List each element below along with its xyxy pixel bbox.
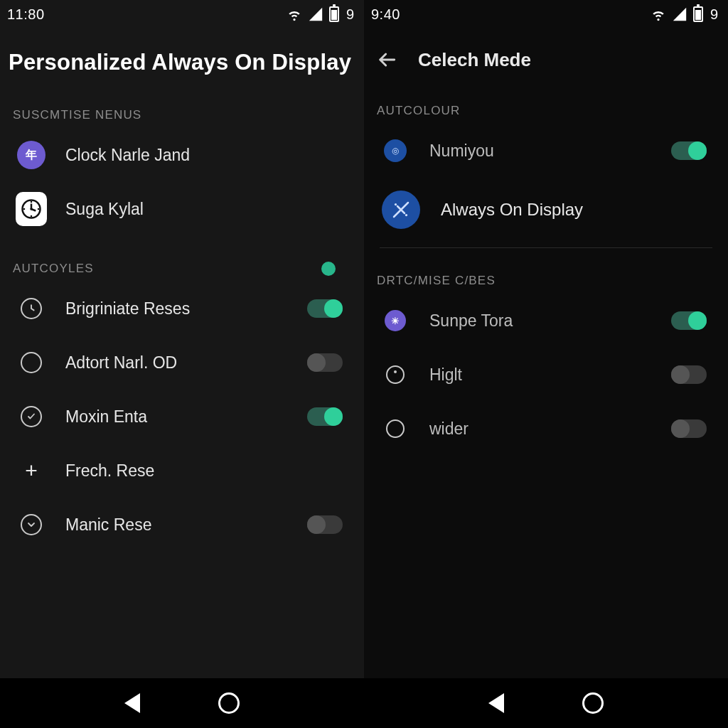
row-frech[interactable]: + Frech. Rese <box>0 444 364 498</box>
aod-icon <box>380 194 422 225</box>
checkmark-circle-icon <box>16 401 47 432</box>
battery-icon <box>329 6 339 22</box>
row-label: Clock Narle Jand <box>65 146 343 165</box>
clock-face-icon <box>16 193 47 225</box>
battery-level: 9 <box>710 6 718 23</box>
svg-line-3 <box>31 209 36 211</box>
toggle-switch[interactable] <box>307 353 343 372</box>
info-circle-icon <box>380 359 411 390</box>
nav-bar <box>0 678 364 728</box>
section-label-customise: SUSCMTISE NENUS <box>0 82 364 128</box>
row-label: Brigriniate Reses <box>65 299 289 318</box>
phone-right: 9:40 9 Celech Mede AUTCOLOUR ◎ Numiyou <box>364 0 728 728</box>
battery-level: 9 <box>346 6 354 23</box>
row-manic[interactable]: Manic Rese <box>0 498 364 552</box>
plus-icon: + <box>16 455 47 486</box>
toggle-switch[interactable] <box>671 419 707 438</box>
row-numiyou[interactable]: ◎ Numiyou <box>364 124 728 178</box>
row-label: Moxin Enta <box>65 407 289 427</box>
battery-icon <box>693 6 703 22</box>
status-bar: 9:40 9 <box>364 0 728 28</box>
page-title: Personalized Always On Display <box>9 50 353 75</box>
row-label: Always On Display <box>441 200 707 220</box>
section-label-drtcmise: DRTC/MISE C/BES <box>364 248 728 294</box>
circle-outline-icon <box>16 347 47 378</box>
row-label: Numiyou <box>429 141 653 161</box>
svg-point-6 <box>31 215 33 218</box>
nav-home-icon[interactable] <box>582 692 604 714</box>
row-label: Sunpe Tora <box>429 311 653 331</box>
row-label: Adtort Narl. OD <box>65 353 289 373</box>
section-label-autocoyles: AUTCOYLES <box>0 236 364 282</box>
row-label: Higlt <box>429 365 653 385</box>
row-clock-style[interactable]: 年 Clock Narle Jand <box>0 128 364 182</box>
row-label: Suga Kylal <box>65 200 343 219</box>
nav-back-icon[interactable] <box>488 693 504 713</box>
toggle-switch[interactable] <box>671 311 707 330</box>
app-bar: Personalized Always On Display <box>0 28 364 82</box>
svg-point-9 <box>405 214 407 216</box>
nav-bar <box>364 678 728 728</box>
feature-icon: ☀ <box>380 305 411 336</box>
content-area: AUTCOLOUR ◎ Numiyou Always On Display DR… <box>364 78 728 728</box>
row-label: wider <box>429 419 653 439</box>
row-label: Manic Rese <box>65 515 289 535</box>
svg-point-4 <box>31 201 33 203</box>
wifi-icon <box>287 6 302 22</box>
chevron-down-circle-icon <box>16 509 47 540</box>
section-label-autcolour: AUTCOLOUR <box>364 78 728 124</box>
row-sunpe[interactable]: ☀ Sunpe Tora <box>364 294 728 348</box>
toggle-switch[interactable] <box>307 299 343 318</box>
svg-point-8 <box>395 203 397 205</box>
clock-outline-icon <box>16 293 47 324</box>
status-time: 9:40 <box>371 6 400 23</box>
toggle-switch[interactable] <box>307 407 343 426</box>
row-wider[interactable]: wider <box>364 402 728 456</box>
row-always-on-display[interactable]: Always On Display <box>364 178 728 242</box>
nav-back-icon[interactable] <box>124 693 140 713</box>
row-adtort[interactable]: Adtort Narl. OD <box>0 336 364 390</box>
phone-left: 11:80 9 Personalized Always On Display S… <box>0 0 364 728</box>
svg-point-7 <box>23 208 26 210</box>
svg-point-5 <box>38 208 40 210</box>
clock-style-icon: 年 <box>16 139 47 171</box>
page-title: Celech Mede <box>418 49 531 71</box>
status-icons: 9 <box>651 6 718 23</box>
row-label: Frech. Rese <box>65 461 343 481</box>
row-moxin[interactable]: Moxin Enta <box>0 390 364 444</box>
toggle-switch[interactable] <box>307 515 343 534</box>
toggle-switch[interactable] <box>671 141 707 160</box>
section-active-dot <box>321 262 336 276</box>
feature-icon: ◎ <box>380 135 411 166</box>
back-button[interactable] <box>375 48 398 71</box>
toggle-switch[interactable] <box>671 365 707 384</box>
wifi-icon <box>651 6 666 22</box>
nav-home-icon[interactable] <box>218 692 240 714</box>
content-area: SUSCMTISE NENUS 年 Clock Narle Jand Suga … <box>0 82 364 728</box>
circle-outline-icon <box>380 413 411 444</box>
signal-icon <box>672 6 687 22</box>
status-time: 11:80 <box>7 6 45 23</box>
signal-icon <box>308 6 323 22</box>
status-icons: 9 <box>287 6 354 23</box>
row-brightness[interactable]: Brigriniate Reses <box>0 282 364 336</box>
status-bar: 11:80 9 <box>0 0 364 28</box>
row-clock-face[interactable]: Suga Kylal <box>0 182 364 236</box>
row-higlt[interactable]: Higlt <box>364 348 728 402</box>
app-bar: Celech Mede <box>364 28 728 78</box>
